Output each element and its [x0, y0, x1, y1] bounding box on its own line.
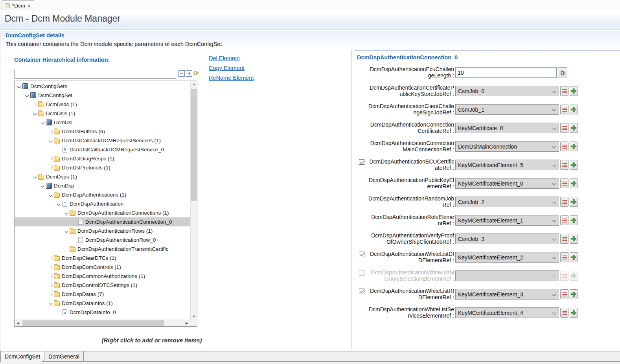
reference-dropdown[interactable]: DcmDslMainConnection [455, 141, 559, 152]
collapse-all-button[interactable]: − [178, 70, 185, 77]
tree-item[interactable]: DcmDslProtocols (1) [15, 163, 190, 172]
tree-item[interactable]: DcmDsl [15, 118, 190, 127]
list-button[interactable] [560, 178, 568, 188]
tree-item[interactable]: DcmDspDataInfos (1) [15, 299, 190, 308]
tree-item[interactable]: DcmDspControlDTCSettings (1) [15, 281, 190, 290]
chevron-down-icon[interactable] [48, 192, 54, 198]
tree-item[interactable]: DcmDsls (1) [15, 109, 190, 118]
tree-item[interactable]: DcmDspClearDTCs (1) [15, 254, 190, 263]
expand-all-button[interactable]: + [186, 70, 192, 77]
tree-item[interactable]: DcmDspAuthenticationRow_0 [15, 235, 190, 245]
chevron-right-icon[interactable] [48, 273, 54, 279]
editor-tab-dcm[interactable]: *Dcm × [2, 0, 34, 10]
tree-item[interactable]: DcmDspComControls (1) [15, 263, 190, 272]
tree-item[interactable]: DcmDslCallbackDCMRequestService_0 [15, 145, 190, 154]
add-button[interactable] [570, 142, 578, 151]
tree-item[interactable]: DcmDslBuffers (6) [15, 127, 190, 136]
tree-item[interactable]: DcmDsps (1) [15, 172, 190, 181]
tree-item[interactable]: DcmDslDiagResps (1) [15, 154, 190, 163]
reference-dropdown[interactable]: KeyMCertificateElement_4 [455, 307, 559, 318]
tree-filter-input[interactable] [14, 69, 176, 79]
checkbox-unchecked[interactable] [359, 270, 364, 276]
list-button[interactable] [560, 160, 568, 170]
add-button[interactable] [570, 289, 578, 299]
tab-dcmgeneral[interactable]: DcmGeneral [44, 351, 84, 362]
tree-item[interactable]: DcmDspCommonAuthorizations (1) [15, 272, 190, 281]
add-button[interactable] [570, 308, 578, 318]
scroll-right-icon[interactable]: ▶ [184, 320, 190, 327]
chevron-right-icon[interactable] [48, 156, 54, 162]
reference-dropdown[interactable]: KeyMCertificate_0 [455, 123, 559, 133]
chevron-right-icon[interactable] [48, 282, 54, 289]
tree-item[interactable]: DcmDspDatas (7) [15, 290, 190, 299]
list-button[interactable] [560, 234, 568, 244]
tree-item[interactable]: DcmDslCallbackDCMRequestServices (1) [15, 136, 190, 145]
horizontal-scrollbar[interactable]: ◀ ▶ [15, 320, 190, 326]
tree-item-selected[interactable]: DcmDspAuthenticationConnection_0 [15, 217, 190, 226]
tree-item[interactable]: DcmDspAuthenticationTransmitCertific [15, 245, 190, 254]
tree-item[interactable]: DcmDsds (1) [15, 100, 190, 109]
reference-dropdown[interactable]: CsmJob_0 [455, 86, 559, 96]
chevron-right-icon[interactable] [32, 101, 38, 108]
list-button[interactable] [560, 105, 568, 114]
chevron-right-icon[interactable] [48, 291, 54, 298]
refresh-icon[interactable]: ⟳ [193, 70, 199, 77]
tree-item[interactable]: DcmDspAuthentications (1) [15, 190, 190, 199]
scroll-down-icon[interactable]: ▼ [191, 313, 197, 320]
chevron-down-icon[interactable] [32, 174, 38, 180]
chevron-down-icon[interactable] [32, 110, 38, 117]
chevron-down-icon[interactable] [40, 183, 46, 189]
reference-dropdown[interactable]: KeyMCertificateElement_5 [455, 160, 559, 170]
tree-item[interactable]: DcmDspAuthenticationRows (1) [15, 226, 190, 235]
reference-dropdown[interactable]: KeyMCertificateElement_3 [455, 289, 559, 300]
add-button[interactable] [570, 105, 578, 114]
list-button[interactable] [560, 215, 568, 225]
add-button[interactable] [570, 160, 578, 170]
add-button[interactable] [570, 178, 578, 188]
reference-dropdown[interactable]: KeyMCertificateElement_1 [455, 215, 559, 226]
scroll-left-icon[interactable]: ◀ [15, 320, 21, 327]
add-button[interactable] [570, 86, 578, 96]
ecu-challenge-length-input[interactable] [455, 67, 557, 78]
reference-dropdown[interactable]: CsmJob_3 [455, 233, 559, 244]
chevron-down-icon[interactable] [40, 119, 46, 126]
list-button[interactable] [560, 308, 568, 318]
chevron-down-icon[interactable] [24, 92, 30, 99]
chevron-down-icon[interactable] [55, 201, 62, 207]
list-button[interactable] [560, 289, 568, 299]
tab-dcmconfigset[interactable]: DcmConfigSet [0, 351, 44, 362]
chevron-down-icon[interactable] [16, 83, 22, 90]
add-button[interactable] [570, 123, 578, 133]
list-button[interactable] [560, 123, 568, 133]
chevron-down-icon[interactable] [63, 228, 70, 234]
tree-item[interactable]: DcmDspDataInfo_0 [15, 308, 190, 317]
add-button[interactable] [570, 234, 578, 244]
reference-dropdown[interactable]: CsmJob_1 [455, 104, 559, 115]
list-button[interactable] [560, 197, 568, 207]
tree-item[interactable]: DcmDspAuthentication [15, 199, 190, 208]
tree-item[interactable]: DcmConfigSet [15, 91, 190, 100]
checkbox-checked[interactable] [359, 252, 364, 257]
reference-dropdown[interactable]: KeyMCertificateElement_2 [455, 252, 559, 263]
add-button[interactable] [570, 197, 578, 207]
horizontal-scroll-thumb[interactable] [22, 320, 164, 326]
tree-item[interactable]: DcmConfigSets [15, 82, 190, 91]
chevron-down-icon[interactable] [48, 138, 54, 144]
close-icon[interactable]: × [28, 3, 31, 8]
add-button[interactable] [570, 215, 578, 225]
chevron-right-icon[interactable] [48, 255, 54, 261]
chevron-down-icon[interactable] [63, 210, 70, 216]
scroll-up-icon[interactable]: ▲ [191, 81, 197, 88]
chevron-down-icon[interactable] [48, 300, 54, 307]
tree-item[interactable]: DcmDspAuthenticationConnections (1) [15, 208, 190, 217]
vertical-scrollbar[interactable]: ▲ ▼ [190, 81, 197, 320]
list-button[interactable] [560, 252, 568, 262]
add-button[interactable] [570, 252, 578, 262]
reference-dropdown[interactable]: KeyMCertificateElement_0 [455, 178, 559, 189]
chevron-right-icon[interactable] [48, 165, 54, 171]
default-value-button[interactable]: D [558, 67, 567, 78]
tree-item[interactable]: DcmDsp [15, 181, 190, 190]
vertical-scroll-thumb[interactable] [191, 89, 197, 201]
checkbox-checked[interactable] [359, 159, 364, 165]
copy-element-link[interactable]: Copy Element [209, 63, 254, 73]
